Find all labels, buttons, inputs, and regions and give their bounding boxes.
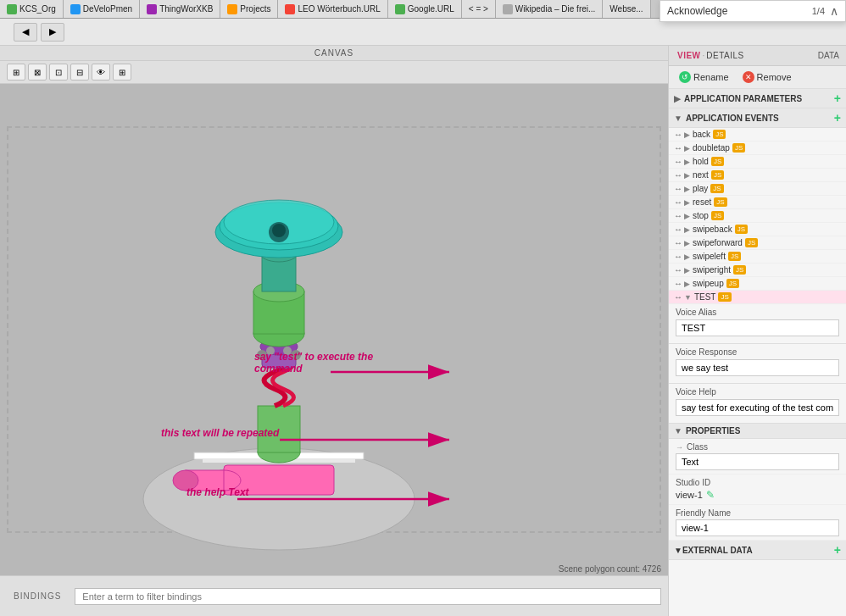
tab-icon-kcs [7,4,17,14]
external-data-section[interactable]: ▼ EXTERNAL DATA + [669,541,846,560]
tab-lessequal[interactable]: < = > [462,0,496,19]
tab-icon-wiki [503,4,513,14]
studio-id-value: view-1 [676,490,703,500]
svg-point-0 [143,448,415,550]
event-next[interactable]: ↔ ▶ next JS [669,169,846,182]
event-back[interactable]: ↔ ▶ back JS [669,128,846,142]
event-swipeup[interactable]: ↔ ▶ swipeup JS [669,277,846,291]
rename-icon: ↺ [679,71,691,83]
external-data-add-icon[interactable]: + [834,543,841,557]
app-events-arrow-icon: ▼ [674,114,682,123]
js-badge: JS [710,184,723,193]
js-badge: JS [726,279,739,288]
class-input[interactable] [676,453,839,470]
tab-leo[interactable]: LEO Wörterbuch.URL [278,0,387,19]
details-tab[interactable]: DETAILS [704,49,745,62]
event-swipeback[interactable]: ↔ ▶ swipeback JS [669,223,846,236]
app-params-section[interactable]: ▶ APPLICATION PARAMETERS + [669,89,846,108]
edit-icon[interactable]: ✎ [706,489,715,501]
friendly-name-property: Friendly Name [669,505,846,541]
event-bi-icon: ↔ [674,130,682,139]
canvas-tool-3[interactable]: ⊡ [49,64,68,80]
tab-label: ThingWorXKB [159,4,213,14]
voice-help-label: Voice Help [676,387,839,397]
tab-wikipedia[interactable]: Wikipedia – Die frei... [496,0,603,19]
event-name-back: back [693,130,710,139]
tab-label: Google.URL [408,4,454,14]
acknowledge-close-icon[interactable]: ∧ [830,4,838,18]
tab-webse[interactable]: Webse... [603,0,650,19]
voice-alias-section: Voice Alias [669,304,846,344]
canvas-tool-1[interactable]: ⊞ [7,64,25,80]
event-name-hold: hold [693,157,709,166]
class-arrow-icon: → [676,443,683,452]
event-test[interactable]: ↔ ▼ TEST JS [669,291,846,304]
event-doubletap[interactable]: ↔ ▶ doubletap JS [669,142,846,155]
tab-label: KCS_Org [19,4,56,14]
voice-help-section: Voice Help [669,384,846,424]
canvas-section: CANVAS ⊞ ⊠ ⊡ ⊟ 👁 ⊞ [0,46,668,616]
tab-projects[interactable]: Projects [220,0,278,19]
view-tab[interactable]: VIEW [676,49,703,62]
acknowledge-popup: Acknowledge 1/4 ∧ [660,0,846,22]
properties-section[interactable]: ▼ PROPERTIES [669,424,846,439]
event-name-swipeforward: swipeforward [693,238,743,247]
event-name-swipeback: swipeback [693,225,732,234]
event-swipeleft[interactable]: ↔ ▶ swipeleft JS [669,250,846,264]
voice-response-label: Voice Response [676,347,839,357]
event-reset[interactable]: ↔ ▶ reset JS [669,196,846,209]
tab-label: Wikipedia – Die frei... [515,4,595,14]
tab-label: DeVeloPmen [83,4,132,14]
app-events-add-icon[interactable]: + [834,111,841,125]
canvas-tool-5[interactable]: 👁 [92,64,110,80]
canvas-tool-6[interactable]: ⊞ [113,64,131,80]
svg-rect-2 [203,459,355,463]
forward-button[interactable]: ▶ [41,23,64,42]
voice-alias-input[interactable] [676,319,839,336]
nav-arrows: ◀ ▶ [7,19,71,45]
js-badge: JS [718,292,731,302]
svg-point-19 [260,245,298,262]
canvas-viewport: say "test" to execute the command this t… [0,84,668,575]
back-button[interactable]: ◀ [14,23,37,42]
remove-button[interactable]: ✕ Remove [739,69,795,85]
svg-point-20 [215,207,342,258]
event-swipeforward[interactable]: ↔ ▶ swipeforward JS [669,236,846,250]
event-hold[interactable]: ↔ ▶ hold JS [669,155,846,169]
event-bi-icon: ↔ [674,197,682,207]
event-play[interactable]: ↔ ▶ play JS [669,182,846,196]
app-events-section[interactable]: ▼ APPLICATION EVENTS + [669,108,846,128]
js-badge: JS [711,157,724,166]
event-bi-icon: ↔ [674,225,682,234]
voice-help-input[interactable] [676,399,839,416]
data-tab[interactable]: DATA [818,51,839,60]
canvas-tool-2[interactable]: ⊠ [28,64,47,80]
top-toolbar: ◀ ▶ [0,19,846,46]
tab-kcs-org[interactable]: KCS_Org [0,0,64,19]
event-expand-icon: ▶ [684,253,690,261]
voice-response-input[interactable] [676,359,839,376]
tab-thingworx[interactable]: ThingWorXKB [140,0,220,19]
canvas-label: CANVAS [0,46,668,61]
bindings-filter-input[interactable] [75,588,661,605]
rename-button[interactable]: ↺ Rename [676,69,732,85]
event-name-doubletap: doubletap [693,143,730,153]
tab-google[interactable]: Google.URL [388,0,462,19]
studio-id-label: Studio ID [676,478,839,487]
event-bi-icon: ↔ [674,279,682,288]
svg-point-7 [258,442,300,463]
event-bi-icon: ↔ [674,211,682,220]
tab-development[interactable]: DeVeloPmen [64,0,140,19]
canvas-tool-4[interactable]: ⊟ [70,64,89,80]
properties-arrow-icon: ▼ [674,426,682,436]
app-params-add-icon[interactable]: + [834,92,841,105]
friendly-name-label: Friendly Name [676,508,839,518]
friendly-name-input[interactable] [676,519,839,536]
js-badge: JS [735,225,748,234]
svg-point-23 [269,222,289,242]
event-stop[interactable]: ↔ ▶ stop JS [669,209,846,223]
event-name-swipeleft: swipeleft [693,252,726,261]
properties-label: PROPERTIES [686,426,740,436]
event-swiperight[interactable]: ↔ ▶ swiperight JS [669,264,846,277]
svg-rect-1 [194,452,364,459]
